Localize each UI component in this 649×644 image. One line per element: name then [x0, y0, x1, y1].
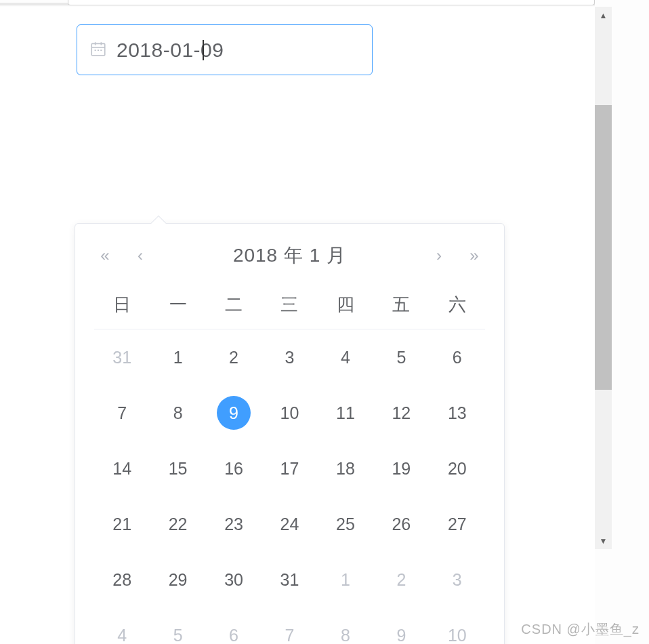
day-cell-other-month[interactable]: 6 — [206, 607, 261, 644]
day-cell-other-month[interactable]: 3 — [430, 552, 485, 607]
watermark: CSDN @小墨鱼_z — [521, 620, 640, 639]
day-number: 18 — [329, 451, 362, 485]
calendar-header: « ‹ 2018 年 1 月 › » — [75, 224, 504, 281]
day-cell[interactable]: 8 — [150, 385, 205, 441]
day-cell[interactable]: 24 — [261, 496, 317, 552]
day-number: 1 — [329, 563, 362, 597]
day-cell[interactable]: 28 — [94, 552, 150, 607]
day-number: 9 — [217, 396, 251, 430]
prev-month-button[interactable]: ‹ — [129, 246, 151, 265]
day-number: 19 — [384, 451, 418, 485]
day-cell-other-month[interactable]: 2 — [373, 552, 429, 607]
day-number: 15 — [161, 451, 195, 485]
calendar-grid: 日一二三四五六 31123456789101112131415161718192… — [75, 281, 504, 644]
page-content: 2018-01-09 « ‹ 2018 年 1 月 › » 日一二三四五六 31… — [0, 7, 595, 644]
day-cell[interactable]: 6 — [430, 329, 485, 385]
calendar-icon — [89, 40, 107, 60]
day-cell[interactable]: 7 — [94, 385, 150, 441]
day-number: 5 — [161, 618, 195, 644]
weekday-row: 日一二三四五六 — [94, 281, 485, 329]
day-cell-other-month[interactable]: 8 — [318, 607, 373, 644]
day-number: 11 — [329, 396, 362, 430]
day-number: 4 — [105, 618, 139, 644]
day-cell[interactable]: 18 — [318, 441, 373, 496]
day-cell[interactable]: 25 — [318, 496, 373, 552]
scrollbar-thumb[interactable] — [595, 105, 612, 390]
day-number: 5 — [384, 340, 418, 374]
svg-rect-0 — [91, 43, 105, 55]
day-number: 16 — [217, 451, 251, 485]
day-cell-other-month[interactable]: 4 — [94, 607, 150, 644]
weekday-cell: 六 — [430, 293, 485, 317]
day-number: 8 — [329, 618, 362, 644]
day-cell[interactable]: 27 — [430, 496, 485, 552]
day-number: 20 — [440, 451, 474, 485]
day-cell[interactable]: 11 — [318, 385, 373, 441]
day-cell[interactable]: 19 — [373, 441, 429, 496]
day-number: 10 — [440, 618, 474, 644]
day-number: 26 — [384, 507, 418, 541]
day-number: 6 — [217, 618, 251, 644]
day-cell[interactable]: 5 — [373, 329, 429, 385]
day-cell[interactable]: 20 — [430, 441, 485, 496]
day-cell[interactable]: 15 — [150, 441, 205, 496]
scroll-up-button[interactable]: ▲ — [595, 7, 612, 24]
day-cell[interactable]: 13 — [430, 385, 485, 441]
day-cell-other-month[interactable]: 1 — [318, 552, 373, 607]
day-number: 25 — [329, 507, 362, 541]
day-number: 27 — [440, 507, 474, 541]
next-month-button[interactable]: › — [428, 246, 450, 265]
day-number: 2 — [217, 340, 251, 374]
day-cell[interactable]: 2 — [206, 329, 261, 385]
day-cell[interactable]: 17 — [261, 441, 317, 496]
day-number: 14 — [105, 451, 139, 485]
day-number: 3 — [272, 340, 306, 374]
day-cell-other-month[interactable]: 7 — [261, 607, 317, 644]
day-cell[interactable]: 10 — [261, 385, 317, 441]
weekday-cell: 五 — [373, 293, 429, 317]
day-number: 7 — [272, 618, 306, 644]
day-cell-other-month[interactable]: 9 — [373, 607, 429, 644]
calendar-title[interactable]: 2018 年 1 月 — [233, 243, 346, 268]
next-year-button[interactable]: » — [463, 246, 485, 265]
day-cell-other-month[interactable]: 31 — [94, 329, 150, 385]
weekday-cell: 三 — [261, 293, 317, 317]
day-number: 9 — [384, 618, 418, 644]
day-number: 28 — [105, 563, 139, 597]
day-cell[interactable]: 29 — [150, 552, 205, 607]
day-cell[interactable]: 26 — [373, 496, 429, 552]
days-grid: 3112345678910111213141516171819202122232… — [94, 329, 485, 644]
day-cell[interactable]: 16 — [206, 441, 261, 496]
day-cell[interactable]: 30 — [206, 552, 261, 607]
day-cell-selected[interactable]: 9 — [206, 385, 261, 441]
scroll-down-button[interactable]: ▼ — [595, 532, 612, 549]
day-number: 12 — [384, 396, 418, 430]
day-number: 23 — [217, 507, 251, 541]
prev-year-button[interactable]: « — [94, 246, 116, 265]
day-cell[interactable]: 1 — [150, 329, 205, 385]
day-number: 31 — [272, 563, 306, 597]
day-cell-other-month[interactable]: 5 — [150, 607, 205, 644]
day-cell[interactable]: 12 — [373, 385, 429, 441]
day-number: 21 — [105, 507, 139, 541]
day-number: 13 — [440, 396, 474, 430]
day-cell[interactable]: 14 — [94, 441, 150, 496]
day-number: 1 — [161, 340, 195, 374]
day-cell[interactable]: 31 — [261, 552, 317, 607]
day-number: 10 — [272, 396, 306, 430]
day-number: 22 — [161, 507, 195, 541]
day-cell[interactable]: 4 — [318, 329, 373, 385]
day-number: 3 — [440, 563, 474, 597]
day-cell[interactable]: 21 — [94, 496, 150, 552]
day-cell-other-month[interactable]: 10 — [430, 607, 485, 644]
day-number: 29 — [161, 563, 195, 597]
weekday-cell: 日 — [94, 293, 150, 317]
address-bar-fragment — [68, 0, 595, 5]
text-cursor — [203, 40, 204, 60]
day-cell[interactable]: 23 — [206, 496, 261, 552]
day-number: 24 — [272, 507, 306, 541]
date-input[interactable]: 2018-01-09 — [77, 24, 373, 75]
day-cell[interactable]: 22 — [150, 496, 205, 552]
day-cell[interactable]: 3 — [261, 329, 317, 385]
date-input-value: 2018-01-09 — [117, 39, 224, 62]
